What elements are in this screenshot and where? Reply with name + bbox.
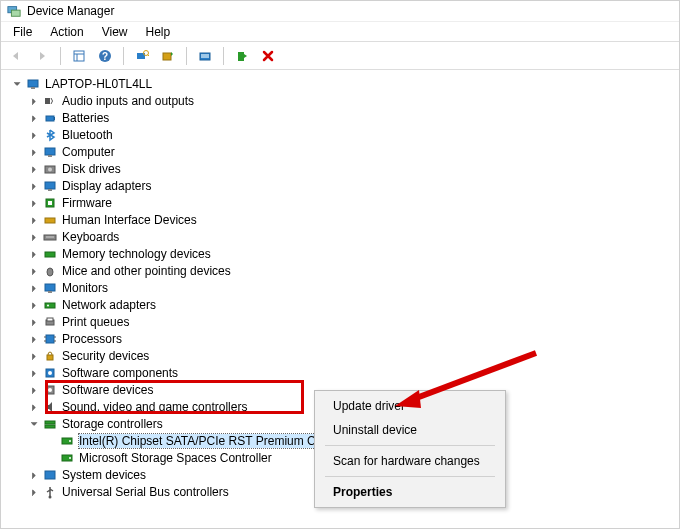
tree-category-firmware[interactable]: ⏵Firmware [28, 194, 679, 211]
toolbar-separator [223, 47, 224, 65]
svg-rect-48 [45, 421, 55, 424]
tree-category-hid[interactable]: ⏵Human Interface Devices [28, 211, 679, 228]
enable-device-button[interactable] [231, 45, 253, 67]
show-hide-tree-button[interactable] [68, 45, 90, 67]
svg-point-55 [49, 495, 52, 498]
chevron-down-icon[interactable]: ⏷ [11, 78, 23, 90]
chevron-right-icon[interactable]: ⏵ [28, 95, 40, 107]
svg-rect-49 [45, 425, 55, 428]
menu-view[interactable]: View [94, 23, 136, 41]
tree-category-bluetooth[interactable]: ⏵Bluetooth [28, 126, 679, 143]
disk-icon [42, 161, 58, 177]
network-icon [42, 297, 58, 313]
tree-category-network[interactable]: ⏵Network adapters [28, 296, 679, 313]
tree-category-batteries[interactable]: ⏵Batteries [28, 109, 679, 126]
context-menu-uninstall-device[interactable]: Uninstall device [317, 418, 503, 442]
context-menu-properties[interactable]: Properties [317, 480, 503, 504]
context-menu: Update driver Uninstall device Scan for … [314, 390, 506, 508]
chevron-right-icon[interactable]: ⏵ [28, 384, 40, 396]
tree-root[interactable]: ⏷ LAPTOP-HL0TL4LL [11, 75, 679, 92]
toolbar-separator [123, 47, 124, 65]
tree-category-keyboards[interactable]: ⏵Keyboards [28, 228, 679, 245]
svg-rect-16 [45, 98, 50, 104]
chevron-right-icon[interactable]: ⏵ [28, 265, 40, 277]
menu-help[interactable]: Help [138, 23, 179, 41]
chevron-right-icon[interactable]: ⏵ [28, 197, 40, 209]
properties-button[interactable] [194, 45, 216, 67]
tree-category-label: Disk drives [62, 162, 121, 176]
tree-category-label: System devices [62, 468, 146, 482]
mice-icon [42, 263, 58, 279]
chevron-right-icon[interactable]: ⏵ [28, 299, 40, 311]
chevron-right-icon[interactable]: ⏵ [28, 214, 40, 226]
context-menu-separator [325, 476, 495, 477]
audio-icon [42, 93, 58, 109]
chevron-right-icon[interactable]: ⏵ [28, 163, 40, 175]
svg-rect-17 [46, 116, 54, 121]
swcomp-icon [42, 365, 58, 381]
chevron-right-icon[interactable]: ⏵ [28, 486, 40, 498]
tree-category-label: Firmware [62, 196, 112, 210]
window-title: Device Manager [27, 4, 114, 18]
tree-category-memtech[interactable]: ⏵Memory technology devices [28, 245, 679, 262]
menu-action[interactable]: Action [42, 23, 91, 41]
context-menu-update-driver[interactable]: Update driver [317, 394, 503, 418]
chevron-right-icon[interactable]: ⏵ [28, 129, 40, 141]
memtech-icon [42, 246, 58, 262]
context-menu-scan-hardware[interactable]: Scan for hardware changes [317, 449, 503, 473]
chevron-right-icon[interactable]: ⏵ [28, 367, 40, 379]
tree-category-swcomp[interactable]: ⏵Software components [28, 364, 679, 381]
monitors-icon [42, 280, 58, 296]
tree-category-monitors[interactable]: ⏵Monitors [28, 279, 679, 296]
tree-category-label: Computer [62, 145, 115, 159]
svg-rect-20 [48, 155, 52, 157]
keyboards-icon [42, 229, 58, 245]
chevron-right-icon[interactable]: ⏵ [28, 282, 40, 294]
tree-category-processors[interactable]: ⏵Processors [28, 330, 679, 347]
computer-icon [25, 76, 41, 92]
tree-category-label: Network adapters [62, 298, 156, 312]
storage-icon [42, 416, 58, 432]
svg-rect-23 [45, 182, 55, 189]
chevron-right-icon[interactable]: ⏵ [28, 248, 40, 260]
chevron-right-icon[interactable]: ⏵ [28, 316, 40, 328]
tree-category-display[interactable]: ⏵Display adapters [28, 177, 679, 194]
chevron-right-icon[interactable]: ⏵ [28, 401, 40, 413]
tree-category-printq[interactable]: ⏵Print queues [28, 313, 679, 330]
tree-category-mice[interactable]: ⏵Mice and other pointing devices [28, 262, 679, 279]
svg-rect-27 [45, 218, 55, 223]
bluetooth-icon [42, 127, 58, 143]
chevron-right-icon[interactable]: ⏵ [28, 180, 40, 192]
chevron-right-icon[interactable]: ⏵ [28, 469, 40, 481]
svg-text:?: ? [102, 51, 108, 62]
svg-rect-30 [45, 252, 55, 257]
tree-category-computer[interactable]: ⏵Computer [28, 143, 679, 160]
tree-category-audio[interactable]: ⏵Audio inputs and outputs [28, 92, 679, 109]
uninstall-device-button[interactable] [257, 45, 279, 67]
update-driver-button[interactable] [157, 45, 179, 67]
help-button[interactable]: ? [94, 45, 116, 67]
svg-rect-13 [238, 52, 244, 61]
chevron-right-icon[interactable]: ⏵ [28, 350, 40, 362]
chevron-down-icon[interactable]: ⏷ [28, 418, 40, 430]
storage-device-icon [59, 433, 75, 449]
chevron-right-icon[interactable]: ⏵ [28, 333, 40, 345]
chevron-right-icon[interactable]: ⏵ [28, 146, 40, 158]
svg-rect-15 [31, 87, 35, 89]
tree-category-disk[interactable]: ⏵Disk drives [28, 160, 679, 177]
computer-icon [42, 144, 58, 160]
chevron-right-icon[interactable]: ⏵ [28, 231, 40, 243]
tree-category-label: Keyboards [62, 230, 119, 244]
svg-rect-2 [74, 51, 84, 61]
toolbar: ? [1, 42, 679, 70]
tree-category-label: Sound, video and game controllers [62, 400, 247, 414]
chevron-right-icon[interactable]: ⏵ [28, 112, 40, 124]
security-icon [42, 348, 58, 364]
tree-category-security[interactable]: ⏵Security devices [28, 347, 679, 364]
usb-icon [42, 484, 58, 500]
menubar: File Action View Help [1, 22, 679, 42]
scan-hardware-button[interactable] [131, 45, 153, 67]
svg-point-22 [48, 167, 52, 171]
tree-category-label: Software devices [62, 383, 153, 397]
menu-file[interactable]: File [5, 23, 40, 41]
